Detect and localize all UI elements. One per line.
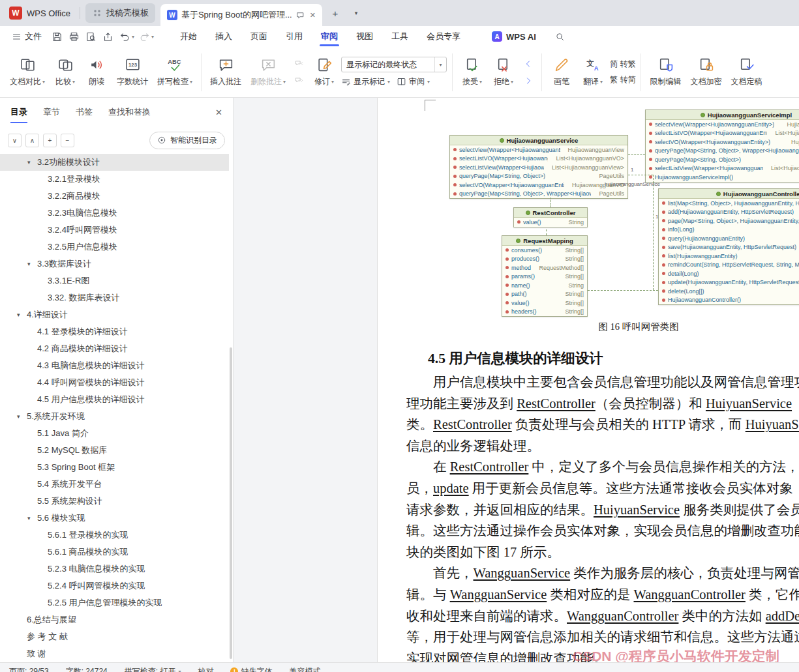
status-item[interactable]: 字数: 24724 <box>66 666 108 672</box>
ribbon-button-显示标记[interactable]: 显示标记▾ <box>341 76 390 87</box>
toc-zoom-out-button[interactable]: − <box>61 134 74 147</box>
sidebar-scrollbar[interactable] <box>230 347 232 659</box>
toc-item[interactable]: 4.4 呼叫网管模块的详细设计 <box>0 374 229 391</box>
ribbon-button-插入批注[interactable]: 插入批注 <box>207 54 245 90</box>
new-tab-button[interactable]: + <box>327 5 343 21</box>
toc-item[interactable]: 3.3.1E-R图 <box>0 272 229 289</box>
menu-tab-引用[interactable]: 引用 <box>277 26 312 47</box>
toc-item[interactable]: 4.1 登录模块的详细设计 <box>0 323 229 340</box>
toc-item[interactable]: 5.4 系统开发平台 <box>0 476 229 493</box>
ribbon-button-接受[interactable]: 接受▾ <box>458 54 487 90</box>
document-tab[interactable]: 找稿壳模板 <box>85 3 155 23</box>
ribbon-button-修订[interactable]: 修订▾ <box>310 54 339 90</box>
toc-expand-all-button[interactable]: ∧ <box>25 134 39 147</box>
ribbon-button-朗读[interactable]: 朗读 <box>82 54 111 90</box>
ribbon-button-繁 转简[interactable]: 繁 转简 <box>610 74 635 85</box>
toc-item[interactable]: 3.2.2商品模块 <box>0 188 229 205</box>
sidebar-tab-目录[interactable]: 目录 <box>10 106 27 118</box>
toc-item[interactable]: 4.2 商品模块的详细设计 <box>0 340 229 357</box>
toc-item[interactable]: 4.3 电脑信息模块的详细设计 <box>0 357 229 374</box>
toc-item[interactable]: 5.3 Spring Boot 框架 <box>0 459 229 476</box>
menu-tab-页面[interactable]: 页面 <box>241 26 277 47</box>
smart-toc-button[interactable]: 智能识别目录 <box>149 132 225 149</box>
status-item[interactable]: 页面: 29/53 <box>9 666 49 672</box>
ribbon-button-限制编辑[interactable]: 限制编辑 <box>646 54 684 90</box>
toc-item[interactable]: 5.2 MySQL 数据库 <box>0 442 229 459</box>
toc-item[interactable]: 3.2.1登录模块 <box>0 171 229 188</box>
toc-item[interactable]: 致 谢 <box>0 645 229 662</box>
toc-item[interactable]: 5.6.1 登录模块的实现 <box>0 527 229 544</box>
ribbon-button-比较[interactable]: 比较▾ <box>51 54 80 90</box>
toc-item[interactable]: 5.6.1 商品模块的实现 <box>0 544 229 561</box>
ribbon-button-文档定稿[interactable]: 文档定稿 <box>727 54 765 90</box>
file-menu-button[interactable]: 文件 <box>5 26 48 47</box>
toc-item[interactable]: 5.5 系统架构设计 <box>0 493 229 510</box>
ribbon-button-拒绝[interactable]: 拒绝▾ <box>489 54 518 90</box>
toc-item[interactable]: ▾3.3数据库设计 <box>0 256 229 272</box>
toc-expand-arrow[interactable]: ▾ <box>17 312 27 318</box>
status-item[interactable]: 校对 <box>198 666 213 672</box>
search-button[interactable] <box>552 28 569 45</box>
export-button[interactable] <box>100 29 115 44</box>
ribbon-button-文档对比[interactable]: 文档对比▾ <box>7 54 48 90</box>
ribbon-button-翻译[interactable]: 文A翻译▾ <box>579 54 607 90</box>
menu-tab-开始[interactable]: 开始 <box>171 26 206 47</box>
undo-button[interactable] <box>117 29 132 44</box>
document-tab[interactable]: W基于Spring Boot的网吧管理...✕ <box>160 4 322 26</box>
toc-expand-arrow[interactable]: ▾ <box>27 159 37 166</box>
sidebar-tab-查找和替换[interactable]: 查找和替换 <box>108 106 151 118</box>
toc-item[interactable]: 6.总结与展望 <box>0 611 229 628</box>
status-item[interactable]: 兼容模式 <box>289 666 320 672</box>
toc-collapse-all-button[interactable]: ∨ <box>8 134 22 147</box>
wps-office-brand[interactable]: W WPS Office <box>0 0 80 26</box>
ribbon-button-画笔[interactable]: 画笔 <box>547 54 576 90</box>
preview-button[interactable] <box>83 29 98 44</box>
menu-tab-视图[interactable]: 视图 <box>347 26 382 47</box>
toc-expand-arrow[interactable]: ▾ <box>27 515 37 521</box>
toc-item[interactable]: ▾4.详细设计 <box>0 306 229 323</box>
toc-item[interactable]: 5.2.4 呼叫网管模块的实现 <box>0 577 229 594</box>
wps-ai-button[interactable]: A WPS AI <box>492 31 536 42</box>
prev-change-button[interactable] <box>520 57 536 70</box>
markup-state-combo[interactable]: 显示标记的最终状态▾ <box>341 57 447 72</box>
save-button[interactable] <box>49 29 65 44</box>
menu-tab-审阅[interactable]: 审阅 <box>312 26 347 47</box>
toc-item[interactable]: 5.2.5 用户信息管理模块的实现 <box>0 594 229 611</box>
toc-item[interactable]: ▾5.6 模块实现 <box>0 510 229 527</box>
document-tab-title: 基于Spring Boot的网吧管理... <box>181 9 292 21</box>
ribbon-button-审阅[interactable]: 审阅▾ <box>397 76 430 87</box>
ribbon-button-文档加密[interactable]: 文档加密 <box>687 54 725 90</box>
sidebar-tab-书签[interactable]: 书签 <box>76 106 93 118</box>
toc-zoom-in-button[interactable]: + <box>43 134 57 147</box>
ribbon-button-字数统计[interactable]: 123字数统计 <box>113 54 151 90</box>
document-page[interactable]: HujiaowangguanServiceselectView(Wrapper<… <box>377 98 799 662</box>
next-change-button[interactable] <box>520 74 536 87</box>
toc-item[interactable]: 参 考 文 献 <box>0 628 229 645</box>
status-item[interactable]: 拼写检查: 打开▾ <box>125 666 181 672</box>
combo-dropdown-icon[interactable]: ▾ <box>434 57 446 72</box>
sidebar-close-button[interactable]: ✕ <box>215 108 222 117</box>
toc-expand-arrow[interactable]: ▾ <box>17 413 27 420</box>
ribbon-button-拼写检查[interactable]: ABC拼写检查▾ <box>154 54 196 90</box>
toc-item[interactable]: ▾5.系统开发环境 <box>0 408 229 425</box>
toc-item[interactable]: 3.2.4呼叫网管模块 <box>0 222 229 239</box>
menu-tab-会员专享[interactable]: 会员专享 <box>417 26 470 47</box>
toc-item[interactable]: 5.2.3 电脑信息模块的实现 <box>0 561 229 577</box>
redo-button[interactable] <box>136 29 152 44</box>
sidebar-tab-章节[interactable]: 章节 <box>43 106 60 118</box>
tab-close-button[interactable]: ✕ <box>309 11 316 20</box>
toc-item[interactable]: 3.2.3电脑信息模块 <box>0 205 229 222</box>
tab-list-dropdown[interactable]: ▾ <box>348 5 364 21</box>
undo-dropdown[interactable]: ▾ <box>132 34 134 40</box>
status-item[interactable]: !缺失字体 <box>230 666 272 672</box>
toc-item[interactable]: ▾3.2功能模块设计 <box>0 154 229 171</box>
toc-expand-arrow[interactable]: ▾ <box>27 261 37 267</box>
toc-item[interactable]: 5.1 Java 简介 <box>0 425 229 442</box>
menu-tab-工具[interactable]: 工具 <box>382 26 417 47</box>
toc-item[interactable]: 3.2.5用户信息模块 <box>0 239 229 256</box>
menu-tab-插入[interactable]: 插入 <box>206 26 241 47</box>
ribbon-button-简 转繁[interactable]: 简 转繁 <box>610 59 635 70</box>
toc-item[interactable]: 3.32. 数据库表设计 <box>0 289 229 306</box>
print-button[interactable] <box>66 29 82 44</box>
toc-item[interactable]: 4.5 用户信息模块的详细设计 <box>0 391 229 408</box>
